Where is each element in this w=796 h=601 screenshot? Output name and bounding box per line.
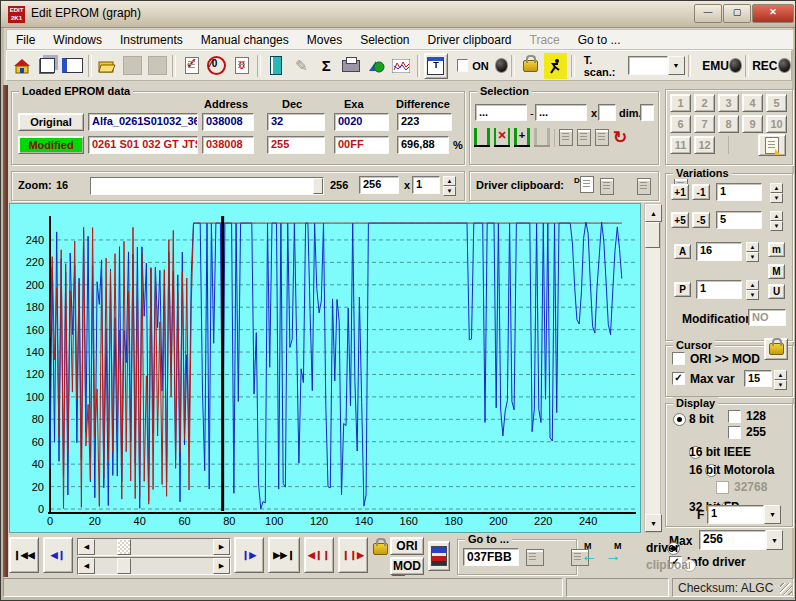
tscan-combo[interactable]: ▼ — [628, 56, 685, 75]
hscroll-left-icon[interactable]: ◀ — [78, 539, 95, 555]
nav-prev-button[interactable]: ◀❙ — [43, 537, 73, 573]
mod-button[interactable]: MOD — [390, 557, 424, 575]
print-button[interactable] — [340, 53, 363, 79]
hscroll-thumb[interactable] — [117, 558, 131, 574]
m-right-arrow-icon[interactable]: → — [605, 547, 621, 565]
nav-first-button[interactable]: ❙◀◀ — [9, 537, 39, 573]
ori-mod-checkbox[interactable] — [672, 352, 685, 365]
nav-hscrollbar-top[interactable]: ◀ ▶ — [77, 538, 231, 556]
original-diff-field[interactable]: 223 — [397, 113, 452, 131]
zoom-width-field[interactable]: 256 — [359, 176, 399, 194]
undo-selection-button[interactable]: ↻ — [613, 129, 627, 146]
goto-field[interactable]: 037FBB — [463, 548, 519, 566]
zoom-mult-spinner[interactable]: ▲▼ — [443, 176, 456, 194]
checkbox-255[interactable] — [728, 426, 741, 439]
original-button[interactable]: Original — [18, 113, 84, 131]
sum-button[interactable]: Σ — [315, 53, 338, 79]
tscan-value[interactable] — [628, 56, 668, 75]
selection-to-field[interactable]: ... — [535, 104, 587, 121]
lock-button[interactable] — [519, 53, 542, 79]
zoom-slider[interactable] — [90, 177, 324, 195]
variation5-spinner[interactable]: ▲▼ — [770, 211, 783, 229]
max-combo-dropdown-icon[interactable]: ▼ — [766, 530, 783, 550]
trace-on-checkbox[interactable] — [457, 59, 469, 72]
minus1-button[interactable]: -1 — [692, 184, 710, 200]
radio-16bit-motorola-label[interactable]: 16 bit Motorola — [689, 463, 774, 477]
mark-check-button[interactable]: ✓ — [180, 53, 203, 79]
driver-clipboard-copy-button[interactable]: D — [574, 176, 594, 195]
menu-driver-clipboard[interactable]: Driver clipboard — [419, 32, 521, 48]
shapes-button[interactable] — [365, 53, 388, 79]
scroll-up-button[interactable]: ▲ — [645, 204, 662, 222]
hscroll-left-icon[interactable]: ◀ — [78, 558, 95, 574]
original-name-field[interactable]: Alfa_0261S01032_369 — [88, 113, 198, 131]
eprom-graph[interactable] — [10, 204, 640, 532]
original-dec-field[interactable]: 32 — [267, 113, 325, 131]
m-button[interactable]: m — [768, 242, 785, 257]
home-button[interactable] — [11, 53, 34, 79]
m-left-arrow-icon[interactable]: ← — [581, 547, 597, 565]
column-view-button[interactable] — [265, 53, 288, 79]
hscroll-right-icon[interactable]: ▶ — [213, 558, 230, 574]
variation5-field[interactable]: 5 — [716, 211, 762, 229]
title-bar[interactable]: EDIT 2K1 Edit EPROM (graph) — ▢ ✕ — [1, 1, 796, 28]
plus1-button[interactable]: +1 — [671, 184, 689, 200]
f-combo-dropdown-icon[interactable]: ▼ — [764, 505, 781, 524]
selection-dim-field[interactable] — [640, 104, 654, 121]
run-button[interactable] — [544, 53, 567, 79]
a-button[interactable]: A — [674, 244, 691, 259]
graph-area[interactable]: 020406080100120140160180200220240 020406… — [9, 203, 641, 533]
variation1-field[interactable]: 1 — [716, 183, 762, 201]
cursor-lock-button[interactable] — [764, 338, 788, 360]
f-combo-value[interactable]: 1 — [707, 505, 764, 524]
nav-back-diff-button[interactable]: ◀❙❙ — [304, 537, 334, 573]
menu-selection[interactable]: Selection — [351, 32, 418, 48]
modified-name-field[interactable]: 0261 S01 032 GT JTS — [88, 136, 198, 154]
menu-moves[interactable]: Moves — [298, 32, 351, 48]
max-combo-value[interactable]: 256 — [699, 530, 766, 550]
max-var-field[interactable]: 15 — [744, 370, 772, 387]
cascade-windows-button[interactable] — [36, 53, 59, 79]
menu-file[interactable]: File — [7, 32, 44, 48]
zoom-mult-field[interactable]: 1 — [412, 176, 440, 194]
hscroll-right-icon[interactable]: ▶ — [213, 539, 230, 555]
trace-window-button[interactable]: T — [424, 53, 447, 79]
p-field[interactable]: 1 — [696, 280, 742, 299]
minus5-button[interactable]: -5 — [692, 212, 710, 228]
resize-grip[interactable] — [780, 583, 792, 595]
f-combo[interactable]: 1 ▼ — [707, 505, 781, 524]
zoom-slider-thumb[interactable] — [313, 178, 323, 194]
plus5-button[interactable]: +5 — [671, 212, 689, 228]
a-spinner[interactable]: ▲▼ — [746, 242, 759, 260]
menu-instruments[interactable]: Instruments — [111, 32, 192, 48]
scroll-down-button[interactable]: ▼ — [645, 514, 662, 532]
hscroll-thumb[interactable] — [117, 539, 131, 555]
flag-button[interactable] — [428, 541, 450, 571]
max-var-spinner[interactable]: ▲▼ — [774, 370, 787, 388]
no-zero-button[interactable]: ⁄0 — [205, 53, 228, 79]
maximize-button[interactable]: ▢ — [723, 4, 751, 23]
selection-from-field[interactable]: ... — [475, 104, 527, 121]
radio-8bit[interactable] — [673, 413, 686, 426]
graph-button[interactable] — [390, 53, 413, 79]
variation1-spinner[interactable]: ▲▼ — [770, 183, 783, 201]
checkbox-128[interactable] — [728, 410, 741, 423]
nav-fwd-diff-button[interactable]: ❙❙▶ — [338, 537, 368, 573]
menu-goto[interactable]: Go to ... — [569, 32, 630, 48]
radio-16bit-ieee-label[interactable]: 16 bit IEEE — [689, 445, 751, 459]
zero-button[interactable]: 0 — [230, 53, 253, 79]
menu-manual-changes[interactable]: Manual changes — [192, 32, 298, 48]
mm-button[interactable]: M — [768, 264, 785, 279]
modified-exa-field[interactable]: 00FF — [334, 136, 389, 154]
selection-clear-button[interactable]: ✕ — [494, 128, 510, 147]
selection-x-field[interactable] — [598, 104, 616, 121]
u-button[interactable]: U — [768, 284, 785, 299]
menu-windows[interactable]: Windows — [44, 32, 111, 48]
max-combo[interactable]: 256 ▼ — [699, 530, 783, 550]
original-address-field[interactable]: 038008 — [202, 113, 254, 131]
p-button[interactable]: P — [674, 282, 691, 297]
selection-start-button[interactable] — [474, 128, 490, 147]
modified-dec-field[interactable]: 255 — [267, 136, 325, 154]
modified-address-field[interactable]: 038008 — [202, 136, 254, 154]
modified-diff-field[interactable]: 696,88 — [397, 136, 449, 154]
